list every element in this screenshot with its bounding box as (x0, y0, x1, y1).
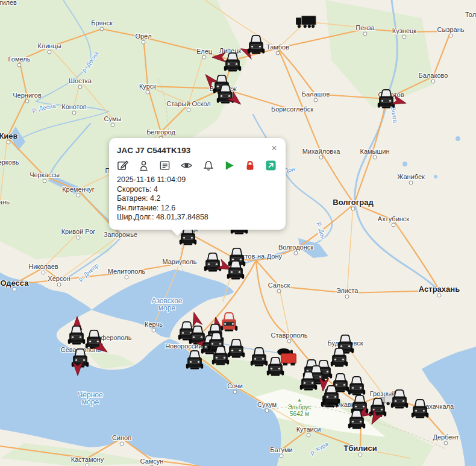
vehicle-marker-car[interactable] (348, 376, 366, 396)
popup-info-line: Вн.питание: 12.6 (117, 204, 278, 213)
vehicle-marker-car[interactable] (322, 385, 340, 405)
vehicle-marker-car[interactable] (224, 52, 242, 72)
close-icon[interactable]: × (271, 144, 278, 153)
vehicle-marker-car[interactable] (299, 371, 318, 391)
eye-icon[interactable] (180, 160, 193, 171)
vehicle-marker-car[interactable] (348, 410, 366, 430)
popup-info-line: Скорость: 4 (117, 185, 278, 195)
popup-info-line: Батарея: 4.2 (117, 194, 278, 204)
vehicle-marker-car[interactable] (266, 357, 284, 377)
popup-info-line: 2025-11-16 11:04:09 (117, 175, 278, 185)
vehicle-marker-car[interactable] (330, 348, 348, 368)
vehicle-marker-car[interactable] (250, 347, 268, 367)
lock-icon[interactable] (245, 160, 255, 171)
popup-fields: 2025-11-16 11:04:09Скорость: 4Батарея: 4… (117, 175, 278, 222)
popup-toolbar (117, 160, 277, 171)
vehicle-marker-car[interactable] (186, 350, 204, 370)
vehicle-marker-car[interactable] (227, 339, 245, 359)
vehicle-marker-truck[interactable] (295, 14, 317, 29)
vehicle-marker-arrow (72, 361, 84, 376)
open-icon[interactable] (265, 160, 277, 171)
vehicle-marker-car[interactable] (247, 35, 265, 55)
map-view[interactable]: МогилевБрянскОрёлКлинцыГомельШосткаКурск… (0, 0, 476, 466)
bell-icon[interactable] (203, 160, 214, 171)
popup-info-line: Шир.Долг.: 48.01,37.84858 (117, 213, 278, 222)
list-icon[interactable] (159, 160, 171, 171)
driver-icon[interactable] (138, 160, 149, 171)
map-marker-layer (0, 0, 476, 466)
popup-header: JAC J7 C544TK193 × (117, 144, 278, 155)
vehicle-marker-car[interactable] (390, 389, 409, 409)
vehicle-popup: JAC J7 C544TK193 × 2025-11-16 11:04:09Ск… (109, 138, 286, 230)
vehicle-marker-car[interactable] (411, 399, 429, 419)
play-icon[interactable] (224, 160, 235, 171)
edit-icon[interactable] (117, 160, 128, 171)
vehicle-marker-car[interactable] (227, 260, 245, 280)
vehicle-marker-car[interactable] (67, 326, 86, 345)
popup-title: JAC J7 C544TK193 (117, 144, 190, 155)
